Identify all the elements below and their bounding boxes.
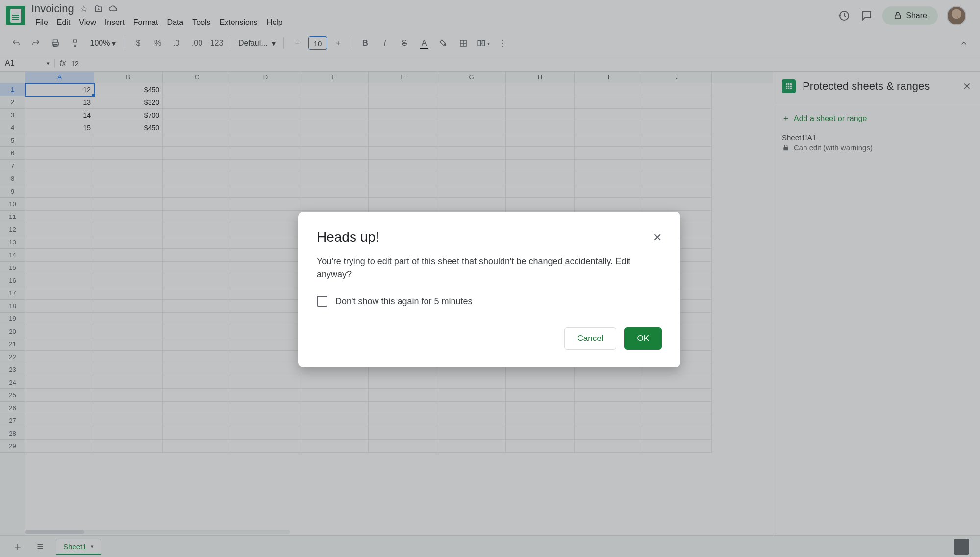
dialog-title: Heads up! (317, 229, 653, 245)
heads-up-dialog: Heads up! ✕ You're trying to edit part o… (298, 212, 680, 367)
dont-show-label: Don't show this again for 5 minutes (335, 296, 473, 307)
ok-button[interactable]: OK (624, 327, 662, 350)
dialog-body-text: You're trying to edit part of this sheet… (317, 255, 662, 281)
dont-show-checkbox[interactable] (317, 296, 327, 307)
close-icon[interactable]: ✕ (653, 231, 662, 244)
cancel-button[interactable]: Cancel (564, 327, 617, 350)
